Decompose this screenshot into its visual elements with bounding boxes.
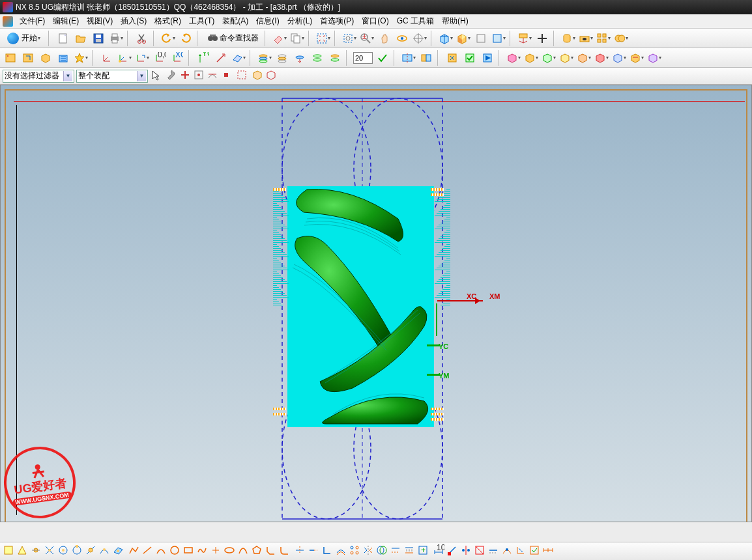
- open-button[interactable]: [73, 31, 89, 46]
- plane-button[interactable]: [231, 50, 246, 66]
- snap-mid-button[interactable]: [16, 544, 28, 558]
- snap-ctrl-button[interactable]: [30, 544, 42, 558]
- sel-cursor-button[interactable]: [150, 69, 162, 83]
- program-button[interactable]: [3, 50, 18, 66]
- shaded-button[interactable]: [456, 31, 471, 46]
- menu-format[interactable]: 格式(R): [151, 16, 185, 27]
- extrude-button[interactable]: [560, 31, 576, 46]
- project-curve-button[interactable]: [403, 544, 415, 558]
- wedm-button[interactable]: [611, 50, 627, 66]
- trim-button[interactable]: [294, 544, 306, 558]
- create-operation-button[interactable]: [55, 50, 71, 66]
- fit-button[interactable]: [315, 31, 331, 46]
- sel-all-button[interactable]: [265, 69, 277, 83]
- datum-plus-button[interactable]: [534, 31, 550, 46]
- constraint-button[interactable]: [446, 544, 458, 558]
- undo-button[interactable]: [160, 31, 176, 46]
- copy-button[interactable]: [289, 31, 305, 46]
- command-finder[interactable]: 命令查找器: [204, 31, 261, 46]
- snap-end-button[interactable]: [3, 544, 14, 558]
- snap-intersect-button[interactable]: [44, 544, 55, 558]
- sel-up-button[interactable]: [179, 69, 191, 83]
- mcs-button[interactable]: [117, 50, 132, 66]
- dim-rapid-button[interactable]: 10: [433, 544, 444, 558]
- layer-input[interactable]: [353, 52, 373, 64]
- sketch-point-button[interactable]: [210, 544, 222, 558]
- sketch-conic-button[interactable]: [237, 544, 249, 558]
- simulate-button[interactable]: [480, 50, 495, 66]
- sel-rect-button[interactable]: [236, 69, 248, 83]
- sel-single-button[interactable]: [220, 69, 232, 83]
- alternate-soln-button[interactable]: [501, 544, 513, 558]
- postprocess-button[interactable]: [506, 50, 521, 66]
- mill-button[interactable]: [558, 50, 574, 66]
- menu-file[interactable]: 文件(F): [16, 16, 49, 27]
- toolpath-button[interactable]: [629, 50, 644, 66]
- generate-button[interactable]: [444, 50, 460, 66]
- cut-button[interactable]: [134, 31, 150, 46]
- offset-curve-button[interactable]: [335, 544, 347, 558]
- pattern-curve-button[interactable]: [349, 544, 360, 558]
- layer-category-button[interactable]: [310, 50, 325, 66]
- inferred-dim-button[interactable]: [515, 544, 527, 558]
- add-existing-button[interactable]: +: [417, 544, 429, 558]
- snap-onface-button[interactable]: [112, 544, 124, 558]
- menu-gctoolbox[interactable]: GC 工具箱: [393, 16, 438, 27]
- snap-exist-button[interactable]: [85, 544, 96, 558]
- mcs-origin-button[interactable]: [99, 50, 115, 66]
- wcs-button[interactable]: [517, 31, 532, 46]
- machining-button[interactable]: [541, 50, 557, 66]
- origin-000-button[interactable]: 0,0,0: [152, 50, 167, 66]
- pattern-button[interactable]: [596, 31, 611, 46]
- menu-insert[interactable]: 插入(S): [117, 16, 151, 27]
- menu-analysis[interactable]: 分析(L): [283, 16, 317, 27]
- zoom-button[interactable]: [341, 31, 357, 46]
- graphics-viewport[interactable]: for(let i=0;i<60;i++)document.write('<di…: [0, 85, 752, 522]
- shop-doc-button[interactable]: [523, 50, 539, 66]
- menu-edit[interactable]: 编辑(E): [49, 16, 83, 27]
- touch-mode-button[interactable]: [272, 31, 287, 46]
- menu-tools[interactable]: 工具(T): [185, 16, 218, 27]
- zoom-in-out-button[interactable]: ±: [359, 31, 375, 46]
- save-button[interactable]: [91, 31, 106, 46]
- menu-info[interactable]: 信息(I): [252, 16, 283, 27]
- make-corner-button[interactable]: [321, 544, 333, 558]
- sketch-rect-button[interactable]: [182, 544, 194, 558]
- drill-button[interactable]: [576, 50, 592, 66]
- print-button[interactable]: [108, 31, 124, 46]
- view-front-button[interactable]: [438, 31, 454, 46]
- sketch-ellipse-button[interactable]: [224, 544, 235, 558]
- hole-button[interactable]: [578, 31, 594, 46]
- vector-button[interactable]: [213, 50, 229, 66]
- layer-go-button[interactable]: [375, 50, 390, 66]
- sel-highlight-button[interactable]: [252, 69, 263, 83]
- create-geometry-button[interactable]: [38, 50, 53, 66]
- snap-center-button[interactable]: [57, 544, 69, 558]
- mcs-move-button[interactable]: [134, 50, 150, 66]
- turn-button[interactable]: [594, 50, 609, 66]
- create-tool-button[interactable]: [20, 50, 36, 66]
- sketch-fillet-button[interactable]: [278, 544, 290, 558]
- convert-ref-button[interactable]: [487, 544, 499, 558]
- start-button[interactable]: 开始: [3, 31, 45, 46]
- show-constraints-button[interactable]: [474, 544, 485, 558]
- new-button[interactable]: [55, 31, 71, 46]
- sketch-spline-button[interactable]: [196, 544, 208, 558]
- wireframe-button[interactable]: [473, 31, 489, 46]
- menu-assemblies[interactable]: 装配(A): [218, 16, 252, 27]
- snap-oncurve-button[interactable]: [98, 544, 110, 558]
- sketch-arc-button[interactable]: [155, 544, 167, 558]
- sketch-chamfer-button[interactable]: [265, 544, 276, 558]
- yc-up-button[interactable]: YC: [195, 50, 211, 66]
- sketch-profile-button[interactable]: [128, 544, 139, 558]
- menu-view[interactable]: 视图(V): [83, 16, 117, 27]
- rotate-button[interactable]: [394, 31, 410, 46]
- edit-section-button[interactable]: [418, 50, 434, 66]
- menu-help[interactable]: 帮助(H): [438, 16, 472, 27]
- sel-general-button[interactable]: [166, 69, 177, 83]
- mirror-curve-button[interactable]: [362, 544, 374, 558]
- unite-button[interactable]: [613, 31, 629, 46]
- sel-tangent-button[interactable]: [207, 69, 218, 83]
- scope-filter-combo[interactable]: 整个装配 ▼: [76, 70, 148, 83]
- menu-window[interactable]: 窗口(O): [358, 16, 392, 27]
